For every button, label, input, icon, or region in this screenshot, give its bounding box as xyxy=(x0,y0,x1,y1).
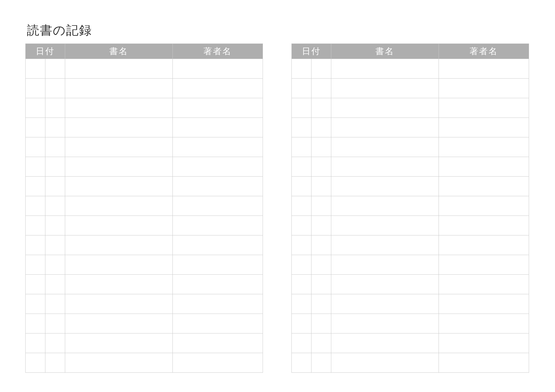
cell-author[interactable] xyxy=(439,78,529,98)
cell-book-title[interactable] xyxy=(65,235,173,255)
cell-date-month[interactable] xyxy=(292,314,311,333)
cell-book-title[interactable] xyxy=(331,294,439,314)
cell-book-title[interactable] xyxy=(331,157,439,177)
cell-date-month[interactable] xyxy=(292,157,311,177)
cell-book-title[interactable] xyxy=(65,196,173,216)
cell-date-day[interactable] xyxy=(311,294,331,314)
cell-author[interactable] xyxy=(439,235,529,255)
cell-date-month[interactable] xyxy=(25,98,45,118)
cell-book-title[interactable] xyxy=(65,78,173,98)
cell-date-month[interactable] xyxy=(292,275,311,294)
cell-date-day[interactable] xyxy=(45,118,65,137)
cell-date-day[interactable] xyxy=(311,177,331,196)
cell-author[interactable] xyxy=(173,333,263,353)
cell-date-day[interactable] xyxy=(311,353,331,372)
cell-date-day[interactable] xyxy=(311,255,331,275)
cell-date-month[interactable] xyxy=(25,137,45,157)
cell-date-month[interactable] xyxy=(25,235,45,255)
cell-author[interactable] xyxy=(439,314,529,333)
cell-author[interactable] xyxy=(173,235,263,255)
cell-author[interactable] xyxy=(173,275,263,294)
cell-date-day[interactable] xyxy=(311,314,331,333)
cell-date-month[interactable] xyxy=(292,59,311,78)
cell-author[interactable] xyxy=(173,59,263,78)
cell-book-title[interactable] xyxy=(331,216,439,235)
cell-date-day[interactable] xyxy=(45,137,65,157)
cell-book-title[interactable] xyxy=(65,59,173,78)
cell-date-month[interactable] xyxy=(25,196,45,216)
cell-date-month[interactable] xyxy=(25,314,45,333)
cell-date-day[interactable] xyxy=(45,177,65,196)
cell-book-title[interactable] xyxy=(331,353,439,372)
cell-book-title[interactable] xyxy=(331,333,439,353)
cell-date-month[interactable] xyxy=(292,177,311,196)
cell-date-day[interactable] xyxy=(45,333,65,353)
cell-date-month[interactable] xyxy=(25,78,45,98)
cell-date-day[interactable] xyxy=(45,275,65,294)
cell-author[interactable] xyxy=(173,196,263,216)
cell-author[interactable] xyxy=(439,98,529,118)
cell-book-title[interactable] xyxy=(331,255,439,275)
cell-date-month[interactable] xyxy=(292,118,311,137)
cell-date-month[interactable] xyxy=(292,235,311,255)
cell-book-title[interactable] xyxy=(331,275,439,294)
cell-date-day[interactable] xyxy=(311,235,331,255)
cell-book-title[interactable] xyxy=(65,137,173,157)
cell-date-day[interactable] xyxy=(45,353,65,372)
cell-date-month[interactable] xyxy=(25,353,45,372)
cell-date-month[interactable] xyxy=(25,275,45,294)
cell-author[interactable] xyxy=(173,137,263,157)
cell-book-title[interactable] xyxy=(65,333,173,353)
cell-book-title[interactable] xyxy=(65,177,173,196)
cell-date-day[interactable] xyxy=(45,255,65,275)
cell-book-title[interactable] xyxy=(331,78,439,98)
cell-date-day[interactable] xyxy=(311,59,331,78)
cell-author[interactable] xyxy=(173,157,263,177)
cell-author[interactable] xyxy=(173,314,263,333)
cell-author[interactable] xyxy=(439,118,529,137)
cell-book-title[interactable] xyxy=(331,196,439,216)
cell-author[interactable] xyxy=(439,275,529,294)
cell-date-month[interactable] xyxy=(292,255,311,275)
cell-date-day[interactable] xyxy=(45,235,65,255)
cell-date-day[interactable] xyxy=(45,98,65,118)
cell-author[interactable] xyxy=(173,294,263,314)
cell-book-title[interactable] xyxy=(65,98,173,118)
cell-book-title[interactable] xyxy=(331,177,439,196)
cell-date-day[interactable] xyxy=(311,78,331,98)
cell-author[interactable] xyxy=(439,294,529,314)
cell-book-title[interactable] xyxy=(65,294,173,314)
cell-book-title[interactable] xyxy=(65,118,173,137)
cell-author[interactable] xyxy=(173,118,263,137)
cell-author[interactable] xyxy=(439,137,529,157)
cell-book-title[interactable] xyxy=(65,314,173,333)
cell-author[interactable] xyxy=(439,353,529,372)
cell-date-day[interactable] xyxy=(311,137,331,157)
cell-date-day[interactable] xyxy=(311,157,331,177)
cell-author[interactable] xyxy=(173,78,263,98)
cell-date-month[interactable] xyxy=(292,137,311,157)
cell-date-month[interactable] xyxy=(25,118,45,137)
cell-date-month[interactable] xyxy=(25,255,45,275)
cell-author[interactable] xyxy=(439,216,529,235)
cell-author[interactable] xyxy=(173,353,263,372)
cell-book-title[interactable] xyxy=(331,98,439,118)
cell-date-day[interactable] xyxy=(311,216,331,235)
cell-author[interactable] xyxy=(439,196,529,216)
cell-author[interactable] xyxy=(173,98,263,118)
cell-date-month[interactable] xyxy=(292,196,311,216)
cell-book-title[interactable] xyxy=(331,59,439,78)
cell-book-title[interactable] xyxy=(331,137,439,157)
cell-date-day[interactable] xyxy=(45,294,65,314)
cell-book-title[interactable] xyxy=(65,157,173,177)
cell-author[interactable] xyxy=(173,255,263,275)
cell-book-title[interactable] xyxy=(331,314,439,333)
cell-book-title[interactable] xyxy=(65,275,173,294)
cell-date-month[interactable] xyxy=(292,98,311,118)
cell-book-title[interactable] xyxy=(331,235,439,255)
cell-date-day[interactable] xyxy=(45,78,65,98)
cell-date-day[interactable] xyxy=(311,98,331,118)
cell-date-month[interactable] xyxy=(25,177,45,196)
cell-author[interactable] xyxy=(439,177,529,196)
cell-book-title[interactable] xyxy=(65,353,173,372)
